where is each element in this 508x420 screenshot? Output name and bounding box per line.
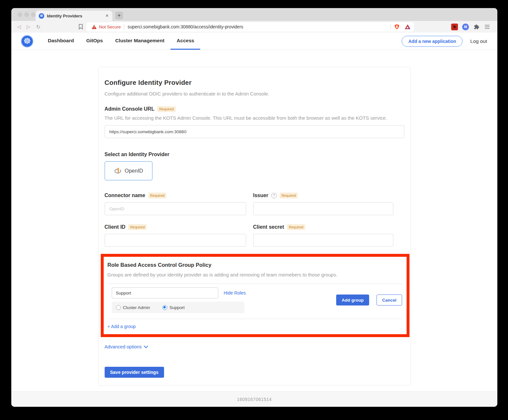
nav-item-access[interactable]: Access bbox=[171, 33, 200, 50]
select-provider-label: Select an Identity Provider bbox=[105, 152, 170, 157]
not-secure-warning-icon bbox=[91, 25, 97, 29]
group-editor-row: Hide Roles Cluster Admin Support bbox=[108, 287, 402, 313]
footer-timestamp: 1609167061514 bbox=[237, 397, 272, 402]
forward-icon[interactable]: ▷ bbox=[27, 24, 31, 30]
client-secret-input[interactable] bbox=[253, 234, 393, 247]
identity-provider-card: Configure Identity Provider Configure ad… bbox=[98, 67, 411, 385]
back-icon[interactable]: ◁ bbox=[17, 24, 21, 30]
cancel-button[interactable]: Cancel bbox=[377, 295, 402, 305]
address-separator bbox=[390, 24, 391, 29]
required-badge: Required bbox=[287, 224, 306, 230]
brave-shield-icon[interactable] bbox=[394, 24, 400, 30]
zoom-window-icon[interactable] bbox=[31, 13, 36, 17]
role-option-support[interactable]: Support bbox=[162, 305, 185, 310]
radio-icon[interactable] bbox=[162, 305, 167, 310]
browser-tab[interactable]: ☸ Identity Providers × bbox=[36, 11, 112, 21]
kubernetes-favicon-icon: ☸ bbox=[39, 13, 44, 19]
openid-provider-card[interactable]: OpenID bbox=[105, 161, 152, 180]
browser-toolbar: ◁ ▷ ↻ Not Secure superci.somebigbank.com… bbox=[11, 21, 497, 33]
address-bar[interactable]: Not Secure superci.somebigbank.com:30880… bbox=[86, 22, 414, 32]
tab-close-icon[interactable]: × bbox=[105, 13, 109, 19]
connector-name-label: Connector name bbox=[105, 193, 145, 198]
chevron-down-icon bbox=[144, 345, 148, 348]
admin-console-url-input[interactable] bbox=[105, 125, 404, 138]
admin-console-url-label: Admin Console URL bbox=[105, 106, 155, 112]
group-name-input[interactable] bbox=[112, 287, 218, 298]
new-tab-button[interactable]: + bbox=[115, 12, 123, 19]
app-nav: Dashboard GitOps Cluster Management Acce… bbox=[42, 33, 200, 50]
openid-logo-icon bbox=[114, 167, 122, 175]
page-title: Configure Identity Provider bbox=[105, 79, 404, 86]
close-window-icon[interactable] bbox=[18, 13, 22, 17]
nav-item-cluster-management[interactable]: Cluster Management bbox=[109, 33, 171, 50]
extensions-puzzle-icon[interactable] bbox=[473, 24, 479, 30]
issuer-input[interactable] bbox=[253, 202, 393, 215]
extension-red-icon[interactable] bbox=[451, 24, 458, 30]
page-body: Configure Identity Provider Configure ad… bbox=[11, 50, 497, 391]
rbac-subtitle: Groups are defined by your identity prov… bbox=[108, 272, 402, 277]
logout-link[interactable]: Log out bbox=[470, 38, 487, 44]
add-group-button[interactable]: Add group bbox=[336, 295, 369, 305]
add-new-application-button[interactable]: Add a new application bbox=[402, 36, 462, 47]
connector-name-input[interactable] bbox=[105, 202, 246, 215]
client-id-label: Client ID bbox=[105, 224, 126, 230]
openid-provider-name: OpenID bbox=[125, 168, 143, 174]
required-badge: Required bbox=[157, 106, 176, 112]
radio-icon[interactable] bbox=[116, 305, 121, 310]
divider bbox=[108, 284, 402, 284]
divider bbox=[108, 319, 402, 319]
profile-avatar[interactable]: M bbox=[462, 24, 469, 30]
role-label: Support bbox=[170, 305, 185, 310]
client-secret-label: Client secret bbox=[253, 224, 284, 230]
browser-menu-icon[interactable] bbox=[485, 25, 490, 29]
address-separator bbox=[124, 24, 124, 29]
rbac-annotation-box: Role Based Access Control Group Policy G… bbox=[101, 254, 410, 337]
tab-title: Identity Providers bbox=[47, 14, 105, 18]
screenshot-stage: ☸ Identity Providers × + ◁ ▷ ↻ Not Secur… bbox=[0, 0, 508, 420]
bookmark-icon[interactable] bbox=[78, 24, 83, 30]
required-badge: Required bbox=[280, 193, 298, 198]
app-header: ☸ Dashboard GitOps Cluster Management Ac… bbox=[11, 33, 497, 50]
not-secure-label: Not Secure bbox=[99, 25, 121, 29]
app-footer: 1609167061514 bbox=[11, 391, 497, 407]
required-badge: Required bbox=[128, 224, 147, 230]
bat-rewards-icon[interactable] bbox=[404, 24, 411, 30]
issuer-help-icon[interactable]: ? bbox=[271, 193, 277, 198]
browser-titlebar: ☸ Identity Providers × + bbox=[11, 8, 497, 21]
required-badge: Required bbox=[148, 193, 167, 198]
advanced-options-link[interactable]: Advanced options bbox=[105, 344, 142, 349]
hide-roles-link[interactable]: Hide Roles bbox=[224, 290, 246, 295]
browser-window: ☸ Identity Providers × + ◁ ▷ ↻ Not Secur… bbox=[11, 8, 497, 407]
rbac-title: Role Based Access Control Group Policy bbox=[108, 262, 402, 268]
role-option-cluster-admin[interactable]: Cluster Admin bbox=[116, 305, 150, 310]
url-text[interactable]: superci.somebigbank.com:30880/access/ide… bbox=[128, 25, 387, 29]
roles-panel: Cluster Admin Support bbox=[112, 302, 244, 313]
add-a-group-link[interactable]: + Add a group bbox=[108, 324, 136, 329]
issuer-label: Issuer bbox=[253, 193, 268, 198]
admin-console-url-help: The URL for accessing the KOTS Admin Con… bbox=[105, 115, 404, 121]
reload-icon[interactable]: ↻ bbox=[36, 24, 40, 30]
role-label: Cluster Admin bbox=[123, 305, 150, 310]
client-id-input[interactable] bbox=[105, 234, 246, 247]
save-provider-settings-button[interactable]: Save provider settings bbox=[105, 367, 164, 378]
page-subtitle: Configure additional ODIC providers to a… bbox=[105, 91, 404, 96]
nav-item-gitops[interactable]: GitOps bbox=[80, 33, 109, 50]
traffic-lights bbox=[18, 13, 36, 17]
minimize-window-icon[interactable] bbox=[25, 13, 29, 17]
advanced-options-row[interactable]: Advanced options bbox=[105, 344, 404, 349]
kubernetes-logo-icon[interactable]: ☸ bbox=[21, 35, 33, 47]
nav-item-dashboard[interactable]: Dashboard bbox=[42, 33, 80, 50]
